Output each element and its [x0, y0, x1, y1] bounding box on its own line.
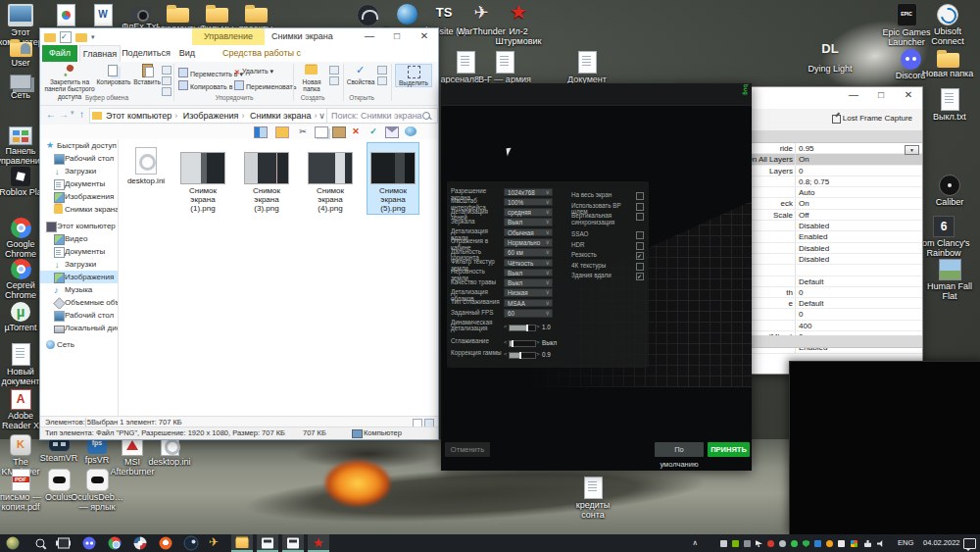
slider-increase[interactable]: > [536, 351, 540, 357]
checkbox[interactable] [636, 213, 644, 221]
explorer-minimize-button[interactable]: — [356, 28, 383, 45]
checkbox[interactable] [636, 231, 644, 239]
slider-track[interactable] [509, 340, 536, 347]
copy-button[interactable]: Копировать [96, 64, 131, 85]
confirm-icon[interactable] [368, 126, 379, 136]
slider-increase[interactable]: > [536, 324, 540, 329]
breadcrumb[interactable]: Этот компьютер› Изображения› Снимки экра… [89, 108, 339, 124]
tab-view[interactable]: Вид [173, 45, 201, 62]
slider-decrease[interactable]: < [504, 351, 508, 357]
tray-icon[interactable] [838, 540, 845, 547]
nav-item[interactable]: Рабочий стол [40, 152, 118, 165]
slider-track[interactable] [509, 325, 536, 331]
tray-icon[interactable] [864, 540, 871, 547]
desktop-icon[interactable]: Dying Light [804, 39, 857, 74]
globe-icon[interactable] [405, 126, 416, 136]
copy-icon[interactable] [315, 126, 328, 138]
language-indicator[interactable]: ENG [898, 534, 913, 552]
desktop-icon[interactable]: Ил-2 Штурмовик … [492, 2, 545, 48]
desktop-icon[interactable]: Выкл.txt [923, 86, 976, 122]
explorer-close-button[interactable]: ✕ [411, 28, 438, 45]
file-item[interactable]: Снимок экрана (4).png [305, 143, 356, 214]
setting-dropdown[interactable]: Выкл∨ [504, 269, 553, 277]
tray-icon[interactable] [779, 540, 786, 547]
nav-item[interactable]: Быстрый доступ [40, 139, 118, 152]
slider-increase[interactable]: > [536, 339, 540, 345]
nav-item[interactable]: Изображения [40, 190, 118, 203]
slider-decrease[interactable]: < [504, 324, 508, 329]
file-item[interactable]: Снимок экрана (5).png [368, 143, 418, 214]
taskbar-app-button[interactable] [180, 534, 202, 552]
checkbox[interactable] [636, 242, 644, 250]
taskbar-app-button[interactable] [2, 534, 24, 552]
checkbox[interactable] [636, 203, 644, 211]
setting-dropdown[interactable]: средняя∨ [504, 208, 553, 217]
properties-button[interactable]: Свойства [346, 64, 375, 85]
nav-item[interactable]: Этот компьютер [40, 220, 118, 232]
tray-icon[interactable] [767, 540, 774, 547]
select-button[interactable]: Выделить [395, 64, 432, 87]
paste-button[interactable]: Вставить [132, 64, 162, 85]
delete-icon[interactable] [350, 126, 362, 136]
setting-dropdown[interactable]: Нормально∨ [504, 238, 553, 247]
black-window[interactable] [789, 361, 980, 535]
nav-item[interactable]: Загрузки [40, 258, 118, 271]
taskbar-app-button[interactable] [104, 534, 125, 552]
checkbox[interactable] [636, 252, 644, 260]
history-chevron-icon[interactable]: ▾ [71, 109, 74, 117]
tab-home[interactable]: Главная [79, 45, 121, 63]
file-item[interactable]: desktop.ini [121, 143, 172, 185]
desktop-icon[interactable]: Caliber [923, 173, 976, 207]
breadcrumb-item[interactable]: Изображения› [183, 111, 248, 121]
desktop-icon[interactable]: Ubisoft Connect [921, 2, 974, 46]
action-center-icon[interactable] [963, 538, 976, 549]
tray-icon[interactable] [877, 540, 884, 547]
back-icon[interactable]: ← [46, 109, 56, 120]
taskbar-app-button[interactable] [78, 534, 100, 552]
nav-item[interactable]: Видео [40, 232, 118, 245]
nav-item[interactable]: Музыка [40, 283, 118, 296]
breadcrumb-item[interactable]: Этот компьютер› [106, 111, 180, 121]
lost-frame-capture-button[interactable]: Lost Frame Capture [829, 112, 916, 125]
create-small-buttons[interactable] [329, 66, 339, 85]
desktop-icon[interactable]: OculusDeb… — ярлык [71, 467, 123, 512]
tab-file[interactable]: Файл [42, 45, 77, 62]
checkbox[interactable] [636, 263, 644, 271]
odt-minimize-button[interactable]: — [840, 87, 867, 104]
clipboard-small-buttons[interactable] [162, 66, 172, 96]
clock-date[interactable]: 04.02.2022 [923, 534, 960, 552]
cancel-button[interactable]: Отменить [445, 442, 490, 457]
tray-icon[interactable] [791, 540, 798, 547]
taskbar-app-button[interactable] [155, 534, 176, 552]
nav-item[interactable]: Снимки экрана [40, 203, 118, 216]
slider-decrease[interactable]: < [504, 339, 508, 345]
setting-dropdown[interactable]: Чёткость∨ [504, 259, 553, 268]
open-small-buttons[interactable] [377, 66, 387, 85]
taskbar-app-button[interactable] [129, 534, 151, 552]
tab-share[interactable]: Поделиться [121, 45, 172, 62]
tray-icon[interactable] [814, 540, 821, 547]
tray-icon[interactable] [732, 540, 739, 547]
nav-item[interactable]: Рабочий стол [40, 309, 118, 322]
breadcrumb-item[interactable]: Снимки экрана› [250, 111, 320, 121]
taskbar-app-button[interactable] [53, 534, 74, 552]
explorer-maximize-button[interactable]: □ [383, 28, 411, 45]
tab-picture-tools[interactable]: Средства работы с рисунками [207, 45, 317, 62]
odt-dropdown-arrow[interactable]: ▼ [905, 145, 919, 155]
copy-to-button[interactable]: Копировать в ▾ [178, 80, 238, 91]
setting-dropdown[interactable]: Обычная∨ [504, 228, 553, 237]
nav-item[interactable]: Локальный диск (C [40, 322, 118, 334]
nav-item[interactable]: Объемные объекты [40, 296, 118, 309]
taskbar-app-button[interactable] [308, 534, 329, 552]
setting-dropdown[interactable]: Выкл∨ [504, 218, 553, 226]
cut-icon[interactable] [297, 126, 309, 136]
setting-dropdown[interactable]: Выкл∨ [504, 278, 553, 287]
up-icon[interactable]: ↑ [79, 109, 84, 120]
desktop-icon[interactable]: В-Г — армия [478, 49, 531, 84]
nav-item[interactable]: Документы [40, 177, 118, 190]
odt-close-button[interactable]: ✕ [895, 87, 922, 104]
tray-icon[interactable] [851, 540, 858, 547]
desktop-icon[interactable]: Tom Clancy's Rainbow Si… [917, 214, 970, 260]
slider-track[interactable] [509, 352, 536, 359]
delete-button[interactable]: ✕Удалить ▾ [234, 68, 273, 76]
